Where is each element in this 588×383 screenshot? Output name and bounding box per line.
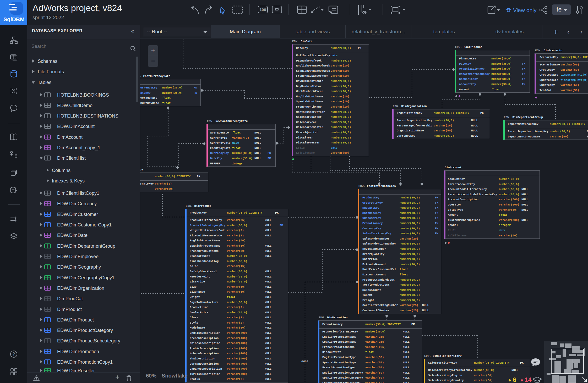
svg-text:?: ? [13,352,15,356]
